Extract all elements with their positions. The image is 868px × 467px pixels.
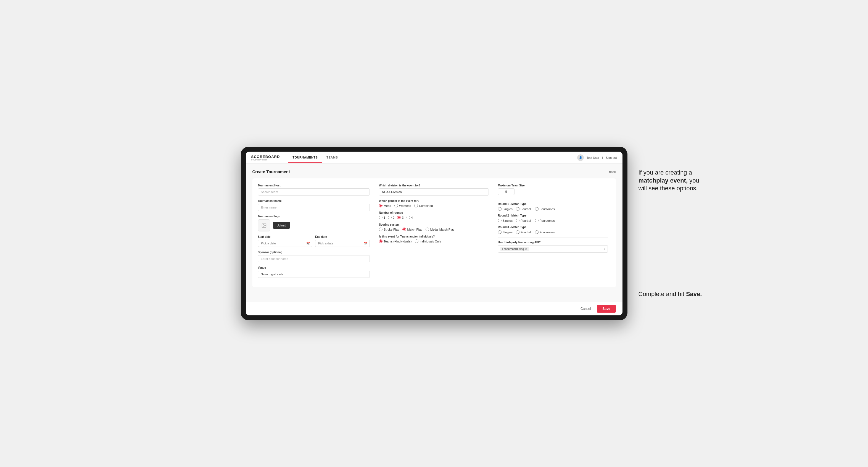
calendar-icon: 📅 (306, 242, 310, 245)
division-select[interactable]: NCAA Division I NCAA Division II NCAA Di… (379, 188, 489, 195)
round-2[interactable]: 2 (388, 216, 394, 219)
nav-tabs: TOURNAMENTS TEAMS (288, 152, 577, 163)
round3-fourball[interactable]: Fourball (516, 230, 532, 234)
round2-radio-group: Singles Fourball Foursomes (498, 219, 608, 222)
round-1[interactable]: 1 (379, 216, 385, 219)
tournament-host-input[interactable] (258, 188, 370, 195)
round-1-radio[interactable] (379, 216, 382, 219)
gender-radio-group: Mens Womens Combined (379, 204, 489, 208)
round2-fourball[interactable]: Fourball (516, 219, 532, 222)
start-date-input[interactable] (258, 240, 313, 247)
tablet-frame: SCOREBOARD Powered by clippit TOURNAMENT… (241, 147, 627, 320)
gender-combined-radio[interactable] (414, 204, 418, 208)
sign-out-link[interactable]: Sign out (606, 156, 617, 159)
gender-womens[interactable]: Womens (394, 204, 411, 208)
save-button[interactable]: Save (597, 305, 616, 313)
round2-fourball-radio[interactable] (516, 219, 520, 222)
teams-individuals-radio-group: Teams (+Individuals) Individuals Only (379, 240, 489, 243)
round2-match-type-section: Round 2 - Match Type Singles Fourball (498, 214, 608, 222)
sponsor-label: Sponsor (optional) (258, 251, 370, 254)
avatar: 👤 (577, 154, 584, 161)
round1-foursomes[interactable]: Foursomes (535, 207, 555, 211)
teams-plus-individuals[interactable]: Teams (+Individuals) (379, 240, 411, 243)
round3-radio-group: Singles Fourball Foursomes (498, 230, 608, 234)
gender-mens-radio[interactable] (379, 204, 382, 208)
tab-tournaments[interactable]: TOURNAMENTS (288, 152, 322, 163)
round-3[interactable]: 3 (397, 216, 403, 219)
rounds-label: Number of rounds (379, 211, 489, 214)
round2-singles-radio[interactable] (498, 219, 501, 222)
rounds-radio-group: 1 2 3 (379, 216, 489, 219)
scoring-stroke[interactable]: Stroke Play (379, 227, 399, 231)
round3-foursomes[interactable]: Foursomes (535, 230, 555, 234)
gender-mens[interactable]: Mens (379, 204, 391, 208)
gender-group: Which gender is the event for? Mens Wome… (379, 199, 489, 208)
round1-match-type-label: Round 1 - Match Type (498, 203, 608, 206)
round-4-radio[interactable] (406, 216, 410, 219)
individuals-radio[interactable] (415, 240, 418, 243)
teams-individuals-label: Is this event for Teams and/or Individua… (379, 235, 489, 238)
scoring-medal[interactable]: Medal Match Play (426, 227, 454, 231)
round3-foursomes-radio[interactable] (535, 230, 538, 234)
round1-fourball-radio[interactable] (516, 207, 520, 211)
logo-text: SCOREBOARD (251, 155, 280, 159)
round-2-radio[interactable] (388, 216, 392, 219)
scoring-match[interactable]: Match Play (402, 227, 422, 231)
gender-womens-radio[interactable] (394, 204, 398, 208)
back-link[interactable]: ← Back (605, 170, 616, 174)
gender-combined[interactable]: Combined (414, 204, 433, 208)
tournament-name-label: Tournament name (258, 199, 370, 203)
main-content: Create Tournament ← Back Tournament Host… (246, 164, 622, 302)
round2-singles[interactable]: Singles (498, 219, 513, 222)
round3-singles-radio[interactable] (498, 230, 501, 234)
tournament-logo-group: Tournament logo Upload (258, 215, 370, 231)
bottom-bar: Cancel Save (246, 302, 622, 315)
round3-fourball-radio[interactable] (516, 230, 520, 234)
individuals-only[interactable]: Individuals Only (415, 240, 441, 243)
logo-sub: Powered by clippit (251, 159, 280, 161)
teams-radio[interactable] (379, 240, 382, 243)
round3-match-type-section: Round 3 - Match Type Singles Fourball (498, 226, 608, 234)
form-col-2: Which division is the event for? NCAA Di… (377, 184, 491, 282)
tournament-name-input[interactable] (258, 204, 370, 211)
rounds-group: Number of rounds 1 2 (379, 211, 489, 219)
upload-button[interactable]: Upload (273, 222, 290, 229)
api-field: Leaderboard King ✕ ▾ (498, 245, 608, 253)
round1-singles[interactable]: Singles (498, 207, 513, 211)
annotation-bottom-right: Complete and hit Save. (639, 290, 705, 298)
logo-area: SCOREBOARD Powered by clippit (251, 155, 280, 161)
max-team-size-input[interactable] (498, 188, 515, 195)
scoring-match-radio[interactable] (402, 227, 406, 231)
round2-foursomes[interactable]: Foursomes (535, 219, 555, 222)
tab-teams[interactable]: TEAMS (322, 152, 342, 163)
tournament-host-label: Tournament Host (258, 184, 370, 187)
sponsor-input[interactable] (258, 255, 370, 262)
end-date-input[interactable] (315, 240, 370, 247)
scoring-stroke-radio[interactable] (379, 227, 382, 231)
venue-group: Venue Search golf club (258, 266, 370, 278)
cancel-button[interactable]: Cancel (577, 305, 594, 312)
scoring-system-group: Scoring system Stroke Play Match Play (379, 223, 489, 231)
end-date-group: End date 📅 (315, 235, 370, 247)
calendar-icon-2: 📅 (364, 242, 368, 245)
scoring-medal-radio[interactable] (426, 227, 429, 231)
round-4[interactable]: 4 (406, 216, 413, 219)
divider-1 (498, 199, 608, 199)
gender-womens-label: Womens (399, 204, 411, 208)
round2-match-type-label: Round 2 - Match Type (498, 214, 608, 217)
nav-right: 👤 Test User | Sign out (577, 154, 617, 161)
round-3-radio[interactable] (397, 216, 401, 219)
gender-label: Which gender is the event for? (379, 199, 489, 203)
scoring-system-label: Scoring system (379, 223, 489, 226)
round1-fourball[interactable]: Fourball (516, 207, 532, 211)
round2-foursomes-radio[interactable] (535, 219, 538, 222)
venue-select[interactable]: Search golf club (258, 271, 370, 278)
tablet-screen: SCOREBOARD Powered by clippit TOURNAMENT… (246, 152, 622, 315)
page-title: Create Tournament (252, 169, 290, 174)
start-date-group: Start date 📅 (258, 235, 313, 247)
api-remove-icon[interactable]: ✕ (525, 247, 527, 250)
round3-singles[interactable]: Singles (498, 230, 513, 234)
round1-singles-radio[interactable] (498, 207, 501, 211)
round1-foursomes-radio[interactable] (535, 207, 538, 211)
create-tournament-form: Tournament Host Tournament name Tourname… (252, 178, 616, 287)
